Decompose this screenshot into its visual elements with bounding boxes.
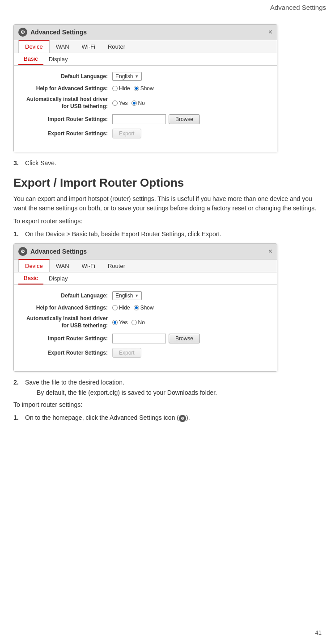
export-intro: To export router settings: xyxy=(13,217,322,226)
nav-tab-device-2[interactable]: Device xyxy=(18,259,50,272)
radio-show-1[interactable]: Show xyxy=(134,85,154,92)
nav-tab-device-1[interactable]: Device xyxy=(18,40,50,53)
subtab-display-2[interactable]: Display xyxy=(43,273,73,284)
radio-hide-2[interactable]: Hide xyxy=(112,305,130,311)
dialog-nav-1: Device WAN Wi-Fi Router xyxy=(14,40,277,53)
dialog-close-1[interactable]: × xyxy=(268,28,272,36)
import-input-1[interactable] xyxy=(112,114,166,124)
radio-circle-hide-1 xyxy=(112,86,118,91)
settings-icon-2: ⚙ xyxy=(18,247,27,256)
label-help-1: Help for Advanced Settings: xyxy=(23,85,112,92)
radio-circle-yes-1 xyxy=(112,100,118,106)
form-row-usb-2: Automatically install host driverfor USB… xyxy=(23,315,268,329)
nav-tab-wan-2[interactable]: WAN xyxy=(50,260,76,272)
dropdown-arrow-2: ▼ xyxy=(135,293,139,298)
form-row-export-1: Export Router Settings: Export xyxy=(23,129,268,138)
radio-circle-hide-2 xyxy=(112,305,118,310)
nav-tab-wan-1[interactable]: WAN xyxy=(50,41,76,53)
browse-button-1[interactable]: Browse xyxy=(169,114,200,124)
dropdown-value-1: English xyxy=(115,73,133,79)
dropdown-language-1[interactable]: English ▼ xyxy=(112,72,142,81)
control-export-1: Export xyxy=(112,129,268,138)
page-title: Advanced Settings xyxy=(270,4,326,11)
import-step1-num: 1. xyxy=(13,413,21,422)
export-button-1[interactable]: Export xyxy=(112,129,141,138)
dialog-subtab-1: Basic Display xyxy=(14,53,277,66)
nav-tab-wifi-1[interactable]: Wi-Fi xyxy=(76,41,102,53)
dialog-close-2[interactable]: × xyxy=(268,247,272,255)
section-heading: Export / Import Router Options xyxy=(13,176,322,190)
control-import-1: Browse xyxy=(112,114,268,124)
label-export-1: Export Router Settings: xyxy=(23,130,112,137)
radio-show-2[interactable]: Show xyxy=(134,305,154,311)
save-step-num: 2. xyxy=(13,378,21,397)
inline-settings-icon: ⚙ xyxy=(179,415,186,422)
browse-button-2[interactable]: Browse xyxy=(169,334,200,343)
step3-num: 3. xyxy=(13,159,21,168)
dialog-title-text-1: Advanced Settings xyxy=(30,29,87,36)
radio-yes-2[interactable]: Yes xyxy=(112,319,128,326)
label-help-2: Help for Advanced Settings: xyxy=(23,305,112,311)
radio-no-2[interactable]: No xyxy=(131,319,145,326)
subtab-basic-1[interactable]: Basic xyxy=(18,53,43,65)
import-input-2[interactable] xyxy=(112,334,166,343)
radio-group-help-1: Hide Show xyxy=(112,85,154,92)
radio-yes-1[interactable]: Yes xyxy=(112,100,128,106)
form-row-import-1: Import Router Settings: Browse xyxy=(23,114,268,124)
dialog-screenshot-1: ⚙ Advanced Settings × Device WAN Wi-Fi R… xyxy=(13,24,277,152)
page-header: Advanced Settings xyxy=(0,0,335,15)
nav-tab-wifi-2[interactable]: Wi-Fi xyxy=(76,260,102,272)
subtab-basic-2[interactable]: Basic xyxy=(18,272,43,284)
import-step1-text: On to the homepage, click the Advanced S… xyxy=(25,413,190,422)
radio-hide-1[interactable]: Hide xyxy=(112,85,130,92)
export-step1-item: 1. On the Device > Basic tab, beside Exp… xyxy=(13,230,322,239)
label-usb-2: Automatically install host driverfor USB… xyxy=(23,315,112,329)
radio-label-hide-1: Hide xyxy=(119,85,130,92)
control-export-2: Export xyxy=(112,348,268,358)
label-language-2: Default Language: xyxy=(23,293,112,299)
control-language-2: English ▼ xyxy=(112,291,268,300)
radio-no-1[interactable]: No xyxy=(131,100,145,106)
dialog-screenshot-2: ⚙ Advanced Settings × Device WAN Wi-Fi R… xyxy=(13,243,277,372)
nav-tab-router-1[interactable]: Router xyxy=(102,41,131,53)
radio-circle-no-1 xyxy=(131,100,137,106)
form-row-import-2: Import Router Settings: Browse xyxy=(23,334,268,343)
control-help-2: Hide Show xyxy=(112,305,268,311)
control-help-1: Hide Show xyxy=(112,85,268,92)
step3-text: Click Save. xyxy=(25,159,56,168)
import-intro: To import router settings: xyxy=(13,400,322,410)
radio-label-no-2: No xyxy=(138,319,145,326)
control-language-1: English ▼ xyxy=(112,72,268,81)
dropdown-language-2[interactable]: English ▼ xyxy=(112,291,142,300)
label-import-1: Import Router Settings: xyxy=(23,116,112,122)
save-step-sub: By default, the file (export.cfg) is sav… xyxy=(37,388,217,397)
radio-label-show-1: Show xyxy=(140,85,154,92)
dropdown-value-2: English xyxy=(115,293,133,299)
form-row-language-1: Default Language: English ▼ xyxy=(23,72,268,81)
control-usb-1: Yes No xyxy=(112,100,268,106)
control-import-2: Browse xyxy=(112,334,268,343)
radio-label-yes-2: Yes xyxy=(119,319,128,326)
save-step-text: Save the file to the desired location. xyxy=(25,379,124,386)
label-import-2: Import Router Settings: xyxy=(23,335,112,342)
form-row-help-2: Help for Advanced Settings: Hide Show xyxy=(23,305,268,311)
export-button-2[interactable]: Export xyxy=(112,348,141,358)
radio-circle-no-2 xyxy=(131,320,137,325)
control-usb-2: Yes No xyxy=(112,319,268,326)
export-step1-num: 1. xyxy=(13,230,21,239)
dialog-titlebar-2: ⚙ Advanced Settings × xyxy=(14,244,277,259)
import-step1-item: 1. On to the homepage, click the Advance… xyxy=(13,413,322,422)
settings-icon-1: ⚙ xyxy=(18,28,27,37)
label-export-2: Export Router Settings: xyxy=(23,350,112,356)
nav-tab-router-2[interactable]: Router xyxy=(102,260,131,272)
radio-label-no-1: No xyxy=(138,100,145,106)
page-number: 41 xyxy=(315,629,322,636)
radio-group-usb-1: Yes No xyxy=(112,100,145,106)
export-step1-text: On the Device > Basic tab, beside Export… xyxy=(25,230,221,239)
subtab-display-1[interactable]: Display xyxy=(43,54,73,65)
form-row-export-2: Export Router Settings: Export xyxy=(23,348,268,358)
dialog-title-text-2: Advanced Settings xyxy=(30,248,87,255)
dialog-titlebar-1: ⚙ Advanced Settings × xyxy=(14,25,277,40)
label-usb-1: Automatically install host driverfor USB… xyxy=(23,96,112,110)
dialog-nav-2: Device WAN Wi-Fi Router xyxy=(14,259,277,272)
